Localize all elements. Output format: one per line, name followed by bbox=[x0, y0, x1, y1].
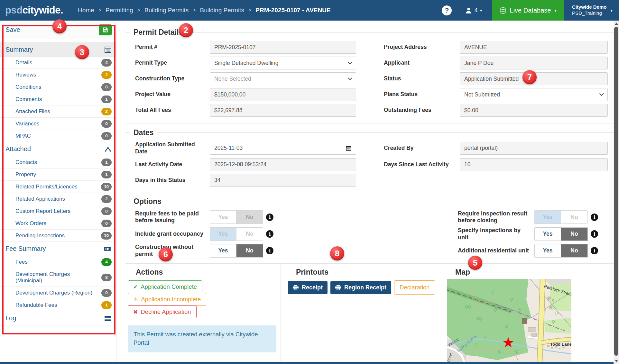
toggle-yes[interactable]: Yes bbox=[534, 244, 561, 258]
count-badge: 1 bbox=[101, 171, 112, 178]
toggle-yes: Yes bbox=[210, 227, 236, 241]
toggle-no[interactable]: No bbox=[561, 227, 588, 241]
chevron-down-icon: ▾ bbox=[554, 8, 557, 13]
floppy-icon bbox=[102, 27, 108, 33]
sidebar-item-log[interactable]: Log bbox=[0, 311, 116, 325]
sidebar-item-related-applications[interactable]: Related Applications 2 bbox=[0, 193, 116, 205]
plans-status-select[interactable]: Not Submitted bbox=[460, 88, 608, 101]
total-all-fees-field[interactable]: $22,697.88 bbox=[210, 104, 356, 117]
receipt-button[interactable]: Receipt bbox=[288, 281, 328, 294]
toggle-no: No bbox=[236, 227, 263, 241]
specify-inspections-by-unit-toggle: Yes No i bbox=[534, 227, 608, 241]
sidebar-item-attached-files[interactable]: Attached Files 2 bbox=[0, 105, 116, 118]
account-environment: PSD_Training bbox=[572, 10, 607, 16]
sidebar-item-work-orders[interactable]: Work Orders 0 bbox=[0, 217, 116, 230]
toggle-no[interactable]: No bbox=[236, 244, 263, 258]
last-activity-date-field[interactable]: 2025-12-08 09:53:24 bbox=[210, 158, 356, 171]
info-icon[interactable]: i bbox=[591, 247, 598, 254]
sidebar-item-fees[interactable]: Fees 4 bbox=[0, 256, 116, 268]
project-address-label: Project Address bbox=[384, 44, 460, 51]
save-button[interactable] bbox=[99, 24, 112, 35]
info-icon[interactable]: i bbox=[591, 214, 598, 221]
sidebar-item-contacts[interactable]: Contacts 1 bbox=[0, 156, 116, 168]
sidebar-item-variances[interactable]: Variances 0 bbox=[0, 118, 116, 130]
count-badge: 8 bbox=[101, 274, 112, 281]
status-field[interactable]: Application Submitted bbox=[460, 72, 608, 85]
project-value-field[interactable]: $150,000.00 bbox=[210, 88, 356, 101]
sidebar-item-attached[interactable]: Attached bbox=[0, 142, 116, 156]
scroll-up-icon[interactable] bbox=[614, 21, 619, 26]
sidebar-item-details[interactable]: Details 4 bbox=[0, 57, 116, 69]
logo-citywide: citywide bbox=[23, 5, 60, 16]
sidebar-save-row[interactable]: Save bbox=[0, 21, 116, 39]
toggle-yes: Yes bbox=[534, 210, 561, 224]
status-label: Status bbox=[384, 75, 460, 82]
sidebar-item-comments[interactable]: Comments 1 bbox=[0, 93, 116, 105]
specify-inspections-by-unit-label: Specify inspections by unit bbox=[458, 227, 534, 241]
breadcrumb-home[interactable]: Home bbox=[78, 7, 94, 14]
toggle-yes[interactable]: Yes bbox=[534, 227, 561, 241]
sidebar-item-dc-region[interactable]: Development Charges (Region) 0 bbox=[0, 287, 116, 299]
declaration-button[interactable]: Declaration bbox=[394, 280, 435, 295]
permit-number-label: Permit # bbox=[135, 44, 210, 51]
count-badge: 0 bbox=[101, 220, 112, 227]
region-receipt-button[interactable]: Region Receipt bbox=[330, 281, 391, 294]
application-complete-button[interactable]: ✔Application Complete bbox=[128, 280, 202, 293]
plans-status-label: Plans Status bbox=[384, 91, 460, 98]
permit-type-label: Permit Type bbox=[135, 59, 210, 67]
sidebar-item-refundable-fees[interactable]: Refundable Fees 1 bbox=[0, 299, 116, 311]
require-fees-label: Require fees to be paid before issuing bbox=[135, 210, 210, 224]
permit-number-field[interactable]: PRM-2025-0107 bbox=[210, 41, 356, 54]
breadcrumb-building-permits[interactable]: Building Permits bbox=[144, 7, 189, 14]
toggle-no[interactable]: No bbox=[561, 244, 588, 258]
count-badge: 0 bbox=[101, 132, 112, 140]
sidebar-item-summary[interactable]: Summary bbox=[0, 42, 116, 57]
outstanding-fees-field[interactable]: $0.00 bbox=[460, 104, 608, 117]
sidebar-item-fee-summary[interactable]: Fee Summary bbox=[0, 242, 116, 256]
sidebar-item-pending-inspections[interactable]: Pending Inspections 10 bbox=[0, 230, 116, 242]
application-submitted-date-field[interactable]: 2025-11-03 bbox=[210, 142, 356, 155]
info-icon[interactable]: i bbox=[266, 214, 273, 221]
scroll-down-icon[interactable] bbox=[614, 358, 619, 364]
applicant-field[interactable]: Jane P Doe bbox=[460, 57, 608, 69]
days-in-this-status-field[interactable]: 34 bbox=[210, 174, 356, 187]
breadcrumb-permitting[interactable]: Permitting bbox=[106, 7, 133, 14]
bottom-panels: Actions ✔Application Complete ⚠Applicati… bbox=[125, 263, 614, 362]
map-panel: Map bbox=[443, 264, 614, 362]
bottom-bar bbox=[0, 362, 614, 364]
created-by-field[interactable]: portal (portal) bbox=[460, 142, 608, 155]
count-badge: 0 bbox=[101, 289, 112, 297]
help-icon[interactable]: ? bbox=[442, 5, 452, 15]
sidebar-item-dc-municipal[interactable]: Development Charges (Municipal) 8 bbox=[0, 268, 116, 287]
breadcrumb-building-permits-2[interactable]: Building Permits bbox=[200, 7, 244, 14]
toggle-yes[interactable]: Yes bbox=[210, 244, 236, 258]
construction-type-select[interactable]: None Selected bbox=[210, 72, 356, 85]
info-icon[interactable]: i bbox=[266, 230, 273, 238]
permit-type-select[interactable]: Single Detached Dwelling bbox=[210, 57, 356, 69]
info-icon[interactable]: i bbox=[266, 247, 273, 254]
scrollbar[interactable] bbox=[614, 21, 619, 364]
days-since-last-activity-field[interactable]: 10 bbox=[460, 158, 608, 171]
map[interactable]: Reddock Street Todd Lane Wyoming Orford … bbox=[447, 279, 571, 362]
sidebar-item-conditions[interactable]: Conditions 0 bbox=[0, 81, 116, 93]
map-marker-star: ★ bbox=[502, 334, 514, 350]
application-incomplete-button[interactable]: ⚠Application Incomplete bbox=[128, 293, 206, 306]
decline-application-button[interactable]: ✖Decline Application bbox=[128, 305, 197, 318]
calendar-icon[interactable] bbox=[346, 145, 352, 151]
sidebar-item-property[interactable]: Property 1 bbox=[0, 168, 116, 181]
account-menu[interactable]: Citywide Demo PSD_Training ▾ bbox=[564, 4, 619, 16]
sidebar-item-custom-report-letters[interactable]: Custom Report Letters 0 bbox=[0, 205, 116, 217]
nav-right-group: ? 4 ▾ Live Database ▾ Citywide Demo PSD_… bbox=[442, 0, 619, 21]
user-menu[interactable]: 4 ▾ bbox=[465, 7, 482, 14]
sidebar-item-related-permits[interactable]: Related Permits/Licences 10 bbox=[0, 181, 116, 193]
scrollbar-thumb[interactable] bbox=[614, 27, 618, 356]
include-grant-occupancy-label: Include grant occupancy bbox=[135, 231, 210, 238]
project-address-field[interactable]: AVENUE bbox=[460, 41, 608, 54]
sidebar-item-mpac[interactable]: MPAC 0 bbox=[0, 130, 116, 142]
info-icon[interactable]: i bbox=[591, 230, 598, 238]
save-label: Save bbox=[5, 26, 20, 33]
live-database-button[interactable]: Live Database ▾ bbox=[492, 0, 564, 21]
sidebar-item-reviews[interactable]: Reviews 2 bbox=[0, 69, 116, 81]
chevron-down-icon: ▾ bbox=[480, 8, 482, 13]
actions-section-title: Actions bbox=[128, 268, 274, 277]
